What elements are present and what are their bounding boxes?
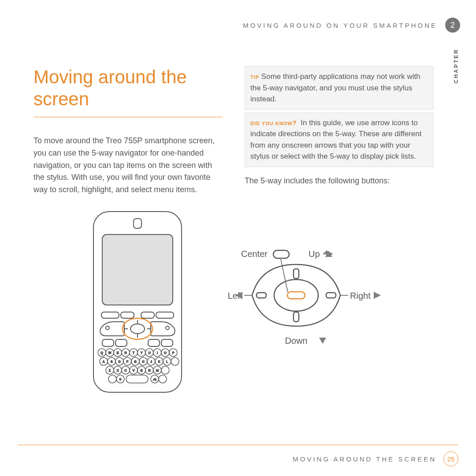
svg-rect-83: [294, 312, 299, 322]
svg-text:B: B: [141, 369, 143, 372]
left-column: Moving around the screen To move around …: [33, 66, 223, 201]
svg-text:X: X: [117, 369, 119, 372]
chapter-side-label: CHAPTER: [453, 48, 459, 83]
svg-rect-86: [273, 250, 289, 258]
svg-text:H: H: [142, 360, 144, 363]
right-column: TIP Some third-party applications may no…: [245, 66, 434, 201]
svg-rect-15: [102, 339, 114, 346]
svg-point-7: [106, 326, 109, 330]
dyk-question-mark: ?: [293, 119, 297, 126]
svg-text:U: U: [148, 351, 150, 354]
tip-tag: TIP: [250, 74, 259, 80]
svg-point-57: [171, 357, 179, 365]
svg-text:W: W: [108, 351, 112, 354]
label-up: Up: [309, 249, 320, 259]
svg-point-79: [159, 375, 167, 383]
svg-text:D: D: [118, 360, 120, 363]
svg-text:0: 0: [119, 378, 121, 381]
svg-rect-76: [126, 375, 148, 383]
svg-text:A: A: [103, 360, 105, 363]
footer-section-title: MOVING AROUND THE SCREEN: [293, 455, 436, 463]
svg-text:I: I: [157, 351, 158, 354]
label-right: Right: [350, 291, 371, 301]
svg-text:V: V: [133, 369, 135, 372]
svg-text:N: N: [148, 369, 150, 372]
svg-text:K: K: [158, 360, 160, 363]
svg-point-80: [274, 279, 318, 311]
svg-point-8: [166, 326, 169, 330]
svg-rect-1: [134, 219, 141, 228]
svg-line-87: [281, 259, 288, 292]
svg-text:E: E: [117, 351, 119, 354]
lead-sentence: The 5-way includes the following buttons…: [245, 175, 434, 187]
svg-text:P: P: [172, 351, 175, 354]
svg-point-72: [161, 366, 169, 374]
svg-rect-17: [148, 339, 160, 346]
intro-paragraph: To move around the Treo 755P smartphone …: [33, 135, 223, 196]
dyk-tag: DID YOU KNOW: [250, 121, 293, 126]
svg-rect-5: [141, 312, 154, 318]
svg-text:Q: Q: [100, 351, 103, 355]
svg-text:Y: Y: [141, 351, 143, 354]
svg-point-73: [108, 375, 116, 383]
svg-text:L: L: [166, 360, 168, 363]
svg-text:G: G: [134, 360, 136, 363]
did-you-know-callout: DID YOU KNOW? In this guide, we use arro…: [245, 112, 434, 167]
svg-text:M: M: [156, 369, 159, 372]
svg-rect-81: [287, 292, 305, 299]
svg-rect-84: [257, 293, 266, 298]
svg-rect-3: [101, 312, 119, 318]
svg-rect-18: [161, 339, 173, 346]
svg-text:R: R: [124, 351, 126, 354]
tip-text: Some third-party applications may not wo…: [250, 72, 420, 103]
svg-point-10: [130, 324, 145, 334]
svg-text:F: F: [126, 360, 128, 363]
chapter-number-badge: 2: [445, 18, 460, 33]
svg-rect-2: [102, 234, 173, 305]
label-down: Down: [285, 336, 307, 346]
svg-text:O: O: [164, 351, 167, 354]
svg-rect-4: [121, 312, 134, 318]
right-arrow-icon: [374, 292, 381, 299]
svg-text:Alt: Alt: [153, 378, 156, 381]
tip-callout: TIP Some third-party applications may no…: [245, 66, 434, 110]
svg-text:Z: Z: [109, 369, 111, 372]
running-title: MOVING AROUND ON YOUR SMARTPHONE: [243, 22, 437, 29]
section-heading: Moving around the screen: [33, 66, 223, 111]
svg-rect-16: [115, 339, 127, 346]
svg-rect-82: [294, 269, 299, 279]
down-arrow-icon: [319, 338, 326, 344]
svg-text:T: T: [133, 351, 135, 354]
navigator-diagram: Q W E R T Y U I O P A S D F G H J K L Z …: [26, 207, 434, 419]
svg-text:J: J: [150, 360, 152, 363]
svg-text:S: S: [111, 360, 113, 363]
label-center: Center: [241, 249, 268, 259]
page-number-badge: 25: [443, 451, 458, 466]
heading-rule: [33, 117, 223, 117]
footer-rule: [18, 445, 458, 445]
svg-rect-6: [156, 312, 174, 318]
svg-rect-85: [326, 293, 336, 298]
svg-text:C: C: [124, 369, 126, 372]
